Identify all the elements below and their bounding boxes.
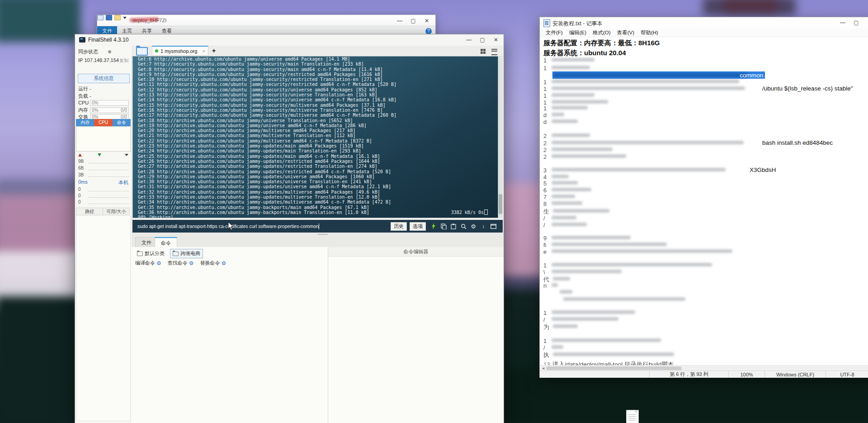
blurred-text	[552, 175, 569, 178]
doc-visible-text: 进入/data/deploy/mall-tool 目录执行build脚本	[552, 361, 674, 365]
blurred-text	[552, 236, 631, 239]
terminal-output[interactable]: 3382 kB/s 0s Get:6 http://archive.ubuntu…	[132, 56, 498, 218]
copy-icon[interactable]	[440, 223, 447, 229]
monitor-tab-命令[interactable]: 命令	[113, 119, 131, 126]
doc-line-number: 2	[543, 147, 548, 153]
download-arrow-icon	[98, 153, 101, 157]
stat-label: CPU	[78, 100, 90, 105]
doc-line: /	[543, 316, 618, 323]
command-chip-查找命令[interactable]: 查找命令⚙	[168, 260, 194, 266]
doc-line: 服务器配置：内存要高：最低：8H16G	[543, 39, 660, 48]
gear-icon[interactable]: ⚙	[470, 223, 476, 229]
command-chip-label: 替换命令	[200, 260, 220, 266]
copy-ip-button[interactable]: 复制	[119, 57, 128, 64]
blurred-text	[552, 283, 558, 287]
terminal-line: Get:16 http://security.ubuntu.com/ubuntu…	[133, 108, 498, 113]
maximize-button[interactable]: ▢	[406, 16, 420, 26]
category-tabs: 默认分类跨境电商	[134, 249, 203, 258]
menu-item-格式(O)[interactable]: 格式(O)	[590, 29, 614, 36]
gear-icon[interactable]: ⚙	[156, 260, 161, 266]
desktop-file-icon[interactable]	[626, 410, 639, 423]
blurred-text	[552, 106, 588, 109]
net-scale-row: 6B	[78, 166, 129, 172]
blurred-text	[552, 154, 626, 158]
doc-line: 2	[543, 147, 613, 153]
sync-status: 同步状态	[78, 48, 129, 55]
command-editor-header: 命令编辑器	[328, 247, 504, 257]
doc-line-number: 1	[543, 105, 548, 112]
blurred-text	[552, 195, 575, 198]
command-chip-编译命令[interactable]: 编译命令⚙	[135, 260, 161, 266]
help-icon[interactable]: ?	[425, 28, 432, 34]
gear-icon[interactable]: ⚙	[189, 260, 194, 266]
chevron-down-icon[interactable]	[125, 154, 128, 156]
doc-line-number: 1	[543, 86, 548, 92]
notepad-titlebar: 安装教程.txt - 记事本 — ▢	[540, 17, 868, 29]
horizontal-splitter[interactable]	[132, 233, 504, 236]
doc-line: e	[543, 248, 732, 255]
ping-value-row: 0	[78, 187, 129, 193]
minimize-button[interactable]: —	[836, 18, 849, 28]
options-button[interactable]: 选项	[410, 222, 426, 231]
history-button[interactable]: 历史	[391, 222, 407, 231]
menu-item-帮助(H)[interactable]: 帮助(H)	[637, 29, 661, 36]
notepad-menubar: 文件(F)编辑(E)格式(O)查看(V)帮助(H)	[540, 29, 868, 37]
doc-line-number: n	[543, 282, 548, 289]
search-icon[interactable]	[460, 223, 467, 229]
close-button[interactable]: ✕	[489, 35, 503, 45]
blurred-text	[552, 270, 622, 273]
notepad-text-area[interactable]: 服务器配置：内存要高：最低：8H16G 服务器系统：ubuntu 20.04 1…	[540, 37, 868, 365]
table-column-header[interactable]: 可用/大小	[103, 208, 129, 215]
category-tab-跨境电商[interactable]: 跨境电商	[170, 249, 203, 258]
terminal-line: Get:10 http://security.ubuntu.com/ubuntu…	[133, 77, 498, 82]
terminal-line: Get:20 http://archive.ubuntu.com/ubuntu …	[133, 128, 498, 133]
monitor-tab-CPU[interactable]: CPU	[94, 119, 112, 126]
bottom-tab-命令[interactable]: 命令	[155, 237, 177, 248]
fullscreen-icon[interactable]	[490, 223, 496, 229]
menu-icon[interactable]	[491, 49, 497, 55]
close-tab-icon[interactable]: ×	[203, 48, 205, 54]
system-info-button[interactable]: 系统信息	[78, 74, 130, 83]
menu-item-文件(F)[interactable]: 文件(F)	[542, 29, 566, 36]
gridline	[88, 163, 129, 163]
new-tab-button[interactable]: +	[212, 47, 216, 54]
paste-icon[interactable]	[450, 223, 457, 229]
command-chip-替换命令[interactable]: 替换命令⚙	[200, 260, 226, 266]
blurred-text	[552, 216, 576, 219]
doc-line: 2	[543, 140, 744, 147]
close-button[interactable]: ✕	[420, 16, 434, 26]
terminal-scrollbar[interactable]	[498, 56, 503, 218]
gear-icon[interactable]: ⚙	[222, 260, 226, 266]
table-column-header[interactable]: 路径	[76, 208, 103, 215]
maximize-button[interactable]: ▢	[849, 18, 863, 28]
monitor-tab-内存[interactable]: 内存	[76, 119, 94, 126]
category-tab-默认分类[interactable]: 默认分类	[134, 249, 167, 258]
scrollbar-thumb[interactable]	[546, 366, 682, 370]
explorer-ribbon-tabs: 文件主页共享查看	[97, 26, 177, 34]
run-lightning-icon[interactable]	[430, 223, 437, 229]
terminal-line: Get:22 http://archive.ubuntu.com/ubuntu …	[133, 138, 498, 143]
folder-icon	[173, 252, 179, 256]
doc-line-number: 1	[543, 309, 548, 316]
menu-item-查看(V)[interactable]: 查看(V)	[614, 29, 637, 36]
doc-line-number: d	[543, 119, 548, 125]
maximize-button[interactable]: ▢	[476, 35, 489, 45]
doc-line: 3	[543, 167, 726, 174]
menu-item-编辑(E)[interactable]: 编辑(E)	[566, 29, 590, 36]
connections-folder-icon[interactable]	[136, 47, 148, 56]
doc-line-number: e	[543, 248, 548, 255]
download-arrow-icon[interactable]: ↓	[480, 223, 486, 229]
terminal-line: Get:9 http://security.ubuntu.com/ubuntu …	[133, 72, 498, 77]
scrollbar-thumb[interactable]	[499, 194, 502, 214]
doc-line: 1	[543, 65, 590, 71]
minimize-button[interactable]: —	[462, 35, 476, 45]
blurred-text	[552, 263, 712, 266]
scroll-left-arrow-icon[interactable]: ◄	[541, 366, 545, 371]
layout-grid-icon[interactable]	[481, 49, 486, 54]
doc-line-number: /	[543, 215, 548, 222]
session-tab[interactable]: 1 mysmshop.org ×	[152, 46, 208, 56]
doc-line: \	[543, 269, 622, 276]
blurred-text	[553, 277, 570, 280]
chevron-down-icon[interactable]	[123, 17, 127, 19]
minimize-button[interactable]: —	[393, 16, 406, 26]
